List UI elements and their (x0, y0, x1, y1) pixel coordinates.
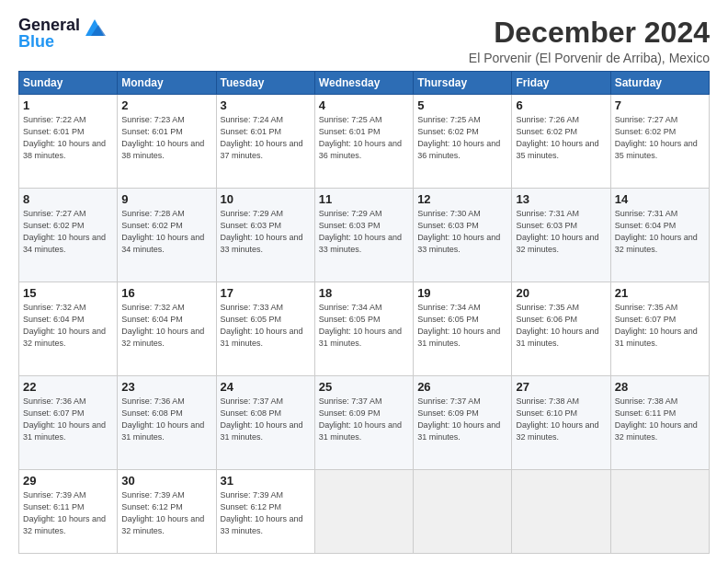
calendar-day-cell: 7 Sunrise: 7:27 AMSunset: 6:02 PMDayligh… (610, 95, 709, 189)
day-sun-info: Sunrise: 7:29 AMSunset: 6:03 PMDaylight:… (221, 209, 303, 254)
calendar-day-cell: 4 Sunrise: 7:25 AMSunset: 6:01 PMDayligh… (314, 95, 413, 189)
day-sun-info: Sunrise: 7:37 AMSunset: 6:09 PMDaylight:… (417, 396, 500, 442)
calendar-day-cell: 13 Sunrise: 7:31 AMSunset: 6:03 PMDaylig… (512, 189, 610, 282)
day-sun-info: Sunrise: 7:24 AMSunset: 6:01 PMDaylight:… (221, 115, 303, 160)
day-sun-info: Sunrise: 7:39 AMSunset: 6:11 PMDaylight:… (23, 490, 106, 535)
day-sun-info: Sunrise: 7:23 AMSunset: 6:01 PMDaylight:… (121, 115, 204, 160)
day-of-week-header: Wednesday (314, 72, 413, 95)
calendar-day-cell: 17 Sunrise: 7:33 AMSunset: 6:05 PMDaylig… (216, 282, 314, 376)
day-of-week-header: Monday (118, 72, 216, 95)
calendar-day-cell: 23 Sunrise: 7:36 AMSunset: 6:08 PMDaylig… (118, 376, 216, 470)
day-sun-info: Sunrise: 7:29 AMSunset: 6:03 PMDaylight:… (319, 209, 402, 254)
calendar-day-cell (314, 470, 413, 554)
calendar-day-cell: 25 Sunrise: 7:37 AMSunset: 6:09 PMDaylig… (314, 376, 413, 470)
day-sun-info: Sunrise: 7:35 AMSunset: 6:06 PMDaylight:… (516, 303, 598, 348)
calendar-day-cell (414, 470, 512, 554)
day-number: 26 (417, 380, 507, 394)
day-number: 5 (417, 98, 507, 112)
title-block: December 2024 El Porvenir (El Porvenir d… (469, 17, 710, 65)
calendar-day-cell: 28 Sunrise: 7:38 AMSunset: 6:11 PMDaylig… (610, 376, 709, 470)
main-title: December 2024 (469, 17, 710, 49)
day-number: 16 (121, 286, 211, 300)
calendar-day-cell: 14 Sunrise: 7:31 AMSunset: 6:04 PMDaylig… (610, 189, 709, 282)
calendar-week-row: 8 Sunrise: 7:27 AMSunset: 6:02 PMDayligh… (19, 189, 710, 282)
day-sun-info: Sunrise: 7:34 AMSunset: 6:05 PMDaylight:… (417, 303, 500, 348)
day-sun-info: Sunrise: 7:32 AMSunset: 6:04 PMDaylight:… (121, 303, 204, 348)
day-number: 20 (516, 286, 606, 300)
calendar-day-cell: 21 Sunrise: 7:35 AMSunset: 6:07 PMDaylig… (610, 282, 709, 376)
day-number: 31 (221, 474, 311, 488)
day-sun-info: Sunrise: 7:39 AMSunset: 6:12 PMDaylight:… (221, 490, 303, 535)
day-sun-info: Sunrise: 7:37 AMSunset: 6:09 PMDaylight:… (319, 396, 402, 442)
logo-text: GeneralBlue (18, 17, 80, 50)
day-number: 4 (319, 98, 409, 112)
day-sun-info: Sunrise: 7:25 AMSunset: 6:02 PMDaylight:… (417, 115, 500, 160)
day-number: 10 (221, 192, 311, 206)
day-of-week-header: Friday (512, 72, 610, 95)
day-number: 19 (417, 286, 507, 300)
day-number: 13 (516, 192, 606, 206)
day-sun-info: Sunrise: 7:35 AMSunset: 6:07 PMDaylight:… (615, 303, 698, 348)
logo-blue: Blue (18, 32, 54, 51)
day-sun-info: Sunrise: 7:39 AMSunset: 6:12 PMDaylight:… (121, 490, 204, 535)
day-of-week-header: Tuesday (216, 72, 314, 95)
day-number: 17 (221, 286, 311, 300)
calendar-day-cell: 24 Sunrise: 7:37 AMSunset: 6:08 PMDaylig… (216, 376, 314, 470)
calendar-week-row: 1 Sunrise: 7:22 AMSunset: 6:01 PMDayligh… (19, 95, 710, 189)
calendar-week-row: 15 Sunrise: 7:32 AMSunset: 6:04 PMDaylig… (19, 282, 710, 376)
calendar-day-cell: 1 Sunrise: 7:22 AMSunset: 6:01 PMDayligh… (19, 95, 118, 189)
day-of-week-header: Saturday (610, 72, 709, 95)
day-sun-info: Sunrise: 7:22 AMSunset: 6:01 PMDaylight:… (23, 115, 106, 160)
day-number: 28 (615, 380, 705, 394)
day-number: 8 (23, 192, 113, 206)
day-sun-info: Sunrise: 7:32 AMSunset: 6:04 PMDaylight:… (23, 303, 106, 348)
calendar-day-cell: 11 Sunrise: 7:29 AMSunset: 6:03 PMDaylig… (314, 189, 413, 282)
day-sun-info: Sunrise: 7:38 AMSunset: 6:10 PMDaylight:… (516, 396, 598, 442)
day-number: 11 (319, 192, 409, 206)
header: GeneralBlue December 2024 El Porvenir (E… (18, 17, 710, 65)
calendar-day-cell: 18 Sunrise: 7:34 AMSunset: 6:05 PMDaylig… (314, 282, 413, 376)
day-number: 12 (417, 192, 507, 206)
calendar-week-row: 29 Sunrise: 7:39 AMSunset: 6:11 PMDaylig… (19, 470, 710, 554)
calendar-day-cell: 22 Sunrise: 7:36 AMSunset: 6:07 PMDaylig… (19, 376, 118, 470)
day-sun-info: Sunrise: 7:38 AMSunset: 6:11 PMDaylight:… (615, 396, 698, 442)
sub-title: El Porvenir (El Porvenir de Arriba), Mex… (469, 51, 710, 65)
calendar-week-row: 22 Sunrise: 7:36 AMSunset: 6:07 PMDaylig… (19, 376, 710, 470)
logo-icon (82, 16, 108, 41)
calendar-day-cell: 20 Sunrise: 7:35 AMSunset: 6:06 PMDaylig… (512, 282, 610, 376)
day-of-week-header: Thursday (414, 72, 512, 95)
day-number: 6 (516, 98, 606, 112)
calendar-day-cell: 19 Sunrise: 7:34 AMSunset: 6:05 PMDaylig… (414, 282, 512, 376)
day-sun-info: Sunrise: 7:27 AMSunset: 6:02 PMDaylight:… (615, 115, 698, 160)
calendar-day-cell: 30 Sunrise: 7:39 AMSunset: 6:12 PMDaylig… (118, 470, 216, 554)
day-sun-info: Sunrise: 7:34 AMSunset: 6:05 PMDaylight:… (319, 303, 402, 348)
day-sun-info: Sunrise: 7:26 AMSunset: 6:02 PMDaylight:… (516, 115, 598, 160)
calendar-day-cell (512, 470, 610, 554)
day-number: 27 (516, 380, 606, 394)
calendar-day-cell: 29 Sunrise: 7:39 AMSunset: 6:11 PMDaylig… (19, 470, 118, 554)
day-number: 14 (615, 192, 705, 206)
calendar-day-cell (610, 470, 709, 554)
calendar-day-cell: 10 Sunrise: 7:29 AMSunset: 6:03 PMDaylig… (216, 189, 314, 282)
day-number: 21 (615, 286, 705, 300)
calendar-day-cell: 27 Sunrise: 7:38 AMSunset: 6:10 PMDaylig… (512, 376, 610, 470)
day-number: 1 (23, 98, 113, 112)
calendar-day-cell: 3 Sunrise: 7:24 AMSunset: 6:01 PMDayligh… (216, 95, 314, 189)
day-sun-info: Sunrise: 7:28 AMSunset: 6:02 PMDaylight:… (121, 209, 204, 254)
calendar-day-cell: 31 Sunrise: 7:39 AMSunset: 6:12 PMDaylig… (216, 470, 314, 554)
logo: GeneralBlue (18, 17, 108, 50)
day-number: 30 (121, 474, 211, 488)
calendar-day-cell: 9 Sunrise: 7:28 AMSunset: 6:02 PMDayligh… (118, 189, 216, 282)
calendar-day-cell: 16 Sunrise: 7:32 AMSunset: 6:04 PMDaylig… (118, 282, 216, 376)
day-number: 24 (221, 380, 311, 394)
day-number: 7 (615, 98, 705, 112)
calendar-day-cell: 15 Sunrise: 7:32 AMSunset: 6:04 PMDaylig… (19, 282, 118, 376)
calendar-day-cell: 5 Sunrise: 7:25 AMSunset: 6:02 PMDayligh… (414, 95, 512, 189)
day-number: 2 (121, 98, 211, 112)
calendar-table: SundayMondayTuesdayWednesdayThursdayFrid… (18, 71, 710, 554)
day-sun-info: Sunrise: 7:27 AMSunset: 6:02 PMDaylight:… (23, 209, 106, 254)
day-number: 3 (221, 98, 311, 112)
calendar-day-cell: 2 Sunrise: 7:23 AMSunset: 6:01 PMDayligh… (118, 95, 216, 189)
day-sun-info: Sunrise: 7:33 AMSunset: 6:05 PMDaylight:… (221, 303, 303, 348)
calendar-day-cell: 12 Sunrise: 7:30 AMSunset: 6:03 PMDaylig… (414, 189, 512, 282)
